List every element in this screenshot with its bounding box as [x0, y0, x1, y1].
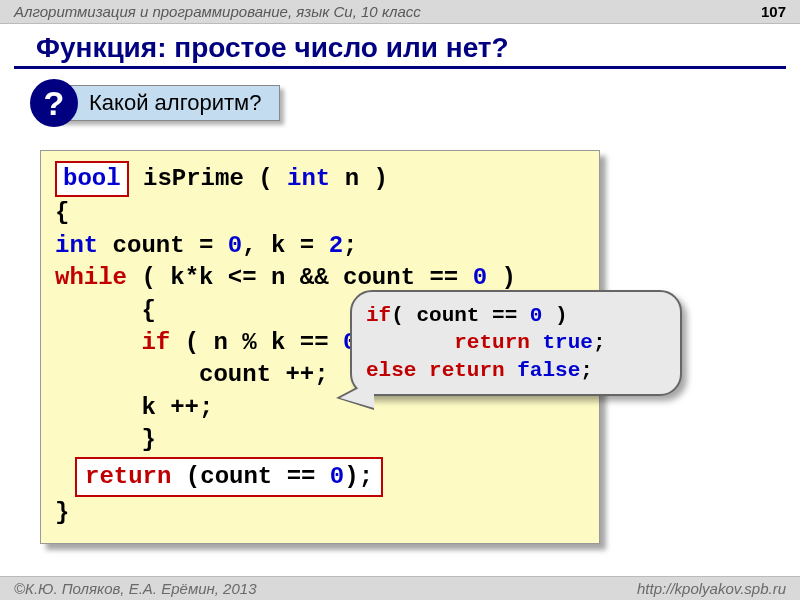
- footer-url: http://kpolyakov.spb.ru: [637, 580, 786, 597]
- speech-line-3: else return false;: [366, 357, 666, 384]
- code-line-10: return (count == 0);: [55, 457, 585, 497]
- code-line-3: int count = 0, k = 2;: [55, 230, 585, 262]
- footer-authors: ©К.Ю. Поляков, Е.А. Ерёмин, 2013: [14, 580, 256, 597]
- course-label: Алгоритмизация и программирование, язык …: [14, 3, 421, 20]
- slide-title: Функция: простое число или нет?: [14, 24, 786, 69]
- code-line-11: }: [55, 497, 585, 529]
- question-text: Какой алгоритм?: [58, 85, 280, 121]
- page-number: 107: [761, 3, 786, 20]
- bool-keyword-box: bool: [55, 161, 129, 197]
- speech-tail: [340, 380, 374, 408]
- code-line-2: {: [55, 197, 585, 229]
- code-line-1: bool isPrime ( int n ): [55, 161, 585, 197]
- slide-header: Алгоритмизация и программирование, язык …: [0, 0, 800, 24]
- code-line-9: }: [55, 424, 585, 456]
- speech-line-1: if( count == 0 ): [366, 302, 666, 329]
- speech-line-2: return true;: [366, 329, 666, 356]
- code-line-8: k ++;: [55, 392, 585, 424]
- slide-footer: ©К.Ю. Поляков, Е.А. Ерёмин, 2013 http://…: [0, 576, 800, 600]
- speech-bubble: if( count == 0 ) return true; else retur…: [350, 290, 682, 396]
- return-highlight-box: return (count == 0);: [75, 457, 383, 497]
- question-mark-icon: ?: [30, 79, 78, 127]
- question-row: ? Какой алгоритм?: [30, 79, 800, 127]
